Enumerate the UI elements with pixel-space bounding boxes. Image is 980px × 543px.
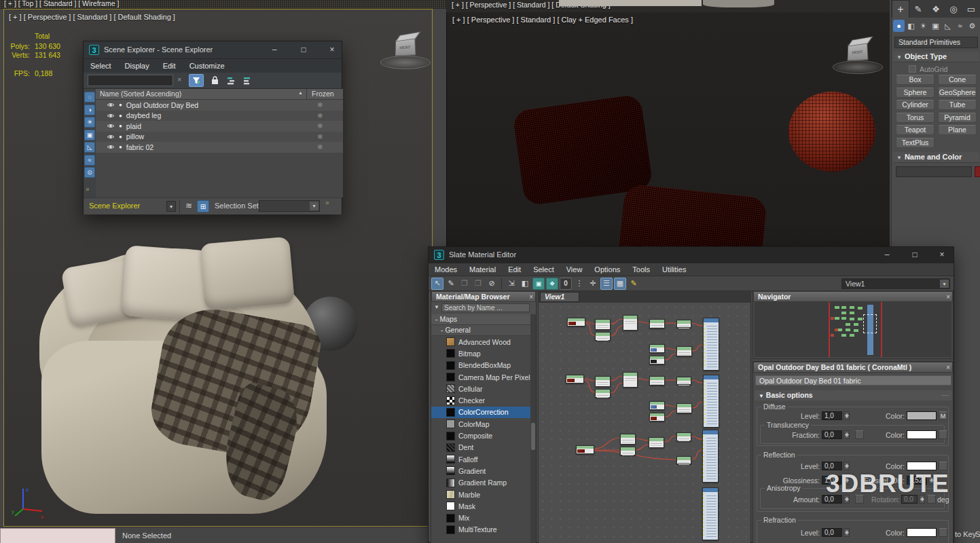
- viewport-label[interactable]: [ + ] [ Perspective ] [ Standard ] [ Def…: [9, 13, 175, 21]
- minimize-button[interactable]: –: [267, 45, 282, 56]
- primitive-button-tube[interactable]: Tube: [938, 100, 977, 110]
- material-node[interactable]: [703, 375, 719, 428]
- color-correction-node[interactable]: [649, 319, 665, 329]
- search-by-name-field[interactable]: Search by Name ...: [441, 303, 530, 312]
- color-correction-node[interactable]: [676, 432, 691, 441]
- delete-selected-icon[interactable]: ⊘: [486, 278, 498, 290]
- material-node[interactable]: [702, 487, 719, 540]
- table-header[interactable]: Name (Sorted Ascending) ▲ Frozen: [96, 89, 343, 100]
- display-filter-icon-3[interactable]: ▣: [84, 130, 95, 141]
- color-correction-node[interactable]: [623, 372, 638, 388]
- color-correction-node[interactable]: [676, 456, 691, 464]
- table-row[interactable]: ●daybed leg❄: [96, 111, 343, 121]
- basic-options-rollout[interactable]: ▼ Basic options⋯: [755, 390, 952, 400]
- table-row[interactable]: ●fabric 02❄: [96, 142, 343, 153]
- spacewarps-category-icon[interactable]: ≈: [954, 20, 966, 32]
- bitmap-node[interactable]: [566, 375, 584, 383]
- maps-group-header[interactable]: - Maps: [431, 314, 532, 325]
- collapse-tree-icon[interactable]: [240, 74, 255, 87]
- map-type-item[interactable]: Mask: [431, 500, 532, 512]
- map-type-item[interactable]: Composite: [431, 430, 532, 441]
- color-correction-node[interactable]: [595, 376, 611, 387]
- frozen-toggle-icon[interactable]: ❄: [317, 101, 323, 109]
- navigator-header[interactable]: Navigator×: [753, 291, 953, 302]
- translucency-color-map-button[interactable]: [939, 430, 947, 439]
- viewport-label[interactable]: [ + ] [ Perspective ] [ Standard ] [ Cla…: [452, 16, 633, 24]
- frozen-toggle-icon[interactable]: ❄: [317, 143, 323, 151]
- visibility-eye-icon[interactable]: [107, 102, 115, 108]
- top-viewport-label[interactable]: [ + ] [ Top ] [ Standard ] [ Wireframe ]: [4, 0, 119, 7]
- map-type-item[interactable]: Mix: [431, 512, 532, 523]
- menu-item-select[interactable]: Select: [84, 62, 118, 70]
- viewcube[interactable]: FRONT: [379, 24, 433, 72]
- primitive-button-torus[interactable]: Torus: [896, 113, 934, 123]
- table-row[interactable]: ●plaid❄: [96, 121, 343, 132]
- view-selector-dropdown[interactable]: View1▾: [841, 278, 950, 289]
- frozen-column-header[interactable]: Frozen: [312, 90, 334, 98]
- zoom-extents-icon[interactable]: 0: [560, 278, 572, 290]
- map-type-item[interactable]: Advanced Wood: [431, 336, 532, 348]
- search-input[interactable]: [88, 75, 173, 86]
- display-tab[interactable]: ▭: [962, 0, 980, 18]
- bitmap-node[interactable]: [649, 356, 665, 364]
- color-correction-node[interactable]: [649, 437, 664, 448]
- color-correction-node[interactable]: [649, 376, 665, 386]
- hierarchy-mode-icon[interactable]: ⊞: [197, 200, 209, 212]
- minimap-view-rect[interactable]: [863, 314, 877, 333]
- show-shaded-material-icon[interactable]: ▣: [532, 278, 545, 290]
- autogrid-checkbox[interactable]: [909, 65, 916, 73]
- navigator-minimap[interactable]: [755, 302, 951, 357]
- map-type-item[interactable]: Bitmap: [431, 348, 532, 359]
- menu-item-utilities[interactable]: Utilities: [656, 265, 692, 274]
- visibility-eye-icon[interactable]: [107, 134, 115, 140]
- primitive-button-pyramid[interactable]: Pyramid: [938, 113, 977, 123]
- hide-unused-slots-icon[interactable]: ◧: [519, 278, 531, 290]
- scene-explorer-titlebar[interactable]: 3 Scene Explorer - Scene Explorer – □ ×: [84, 41, 342, 59]
- display-filter-icon-2[interactable]: ☀: [84, 117, 95, 128]
- translucency-color-swatch[interactable]: [907, 430, 937, 439]
- menu-item-select[interactable]: Select: [527, 265, 560, 274]
- clear-search-icon[interactable]: ×: [177, 75, 181, 83]
- primitive-category-dropdown[interactable]: Standard Primitives: [894, 37, 978, 48]
- auto-key-button[interactable]: to Key: [955, 530, 976, 538]
- object-color-swatch[interactable]: [975, 166, 980, 177]
- footer-overflow-chevrons[interactable]: »: [325, 199, 329, 206]
- primitive-button-box[interactable]: Box: [896, 75, 934, 85]
- close-panel-icon[interactable]: ×: [946, 292, 950, 302]
- color-correction-node[interactable]: [623, 315, 638, 331]
- diffuse-level-spinner[interactable]: [843, 411, 850, 420]
- explorer-dropdown-arrow-icon[interactable]: ▾: [166, 201, 176, 212]
- maximize-button[interactable]: □: [907, 250, 922, 261]
- table-row[interactable]: ●pillow❄: [96, 132, 343, 143]
- primitive-button-plane[interactable]: Plane: [938, 125, 977, 135]
- menu-item-edit[interactable]: Edit: [156, 62, 183, 70]
- fraction-value[interactable]: 0,0: [822, 430, 842, 439]
- selection-set-dropdown[interactable]: ▾: [259, 200, 320, 212]
- browser-scrollbar[interactable]: [530, 314, 536, 543]
- viewcube-cube[interactable]: FRONT: [395, 37, 416, 56]
- map-type-item[interactable]: ColorCorrection: [431, 407, 532, 418]
- close-panel-icon[interactable]: ×: [529, 292, 533, 302]
- rail-overflow-chevrons[interactable]: »: [86, 185, 90, 193]
- close-button[interactable]: ×: [934, 250, 949, 261]
- layers-icon[interactable]: ≋: [183, 201, 195, 212]
- frozen-toggle-icon[interactable]: ❄: [317, 133, 323, 141]
- cameras-category-icon[interactable]: ▣: [930, 20, 941, 32]
- color-correction-node[interactable]: [620, 447, 636, 455]
- maximize-button[interactable]: □: [296, 45, 311, 56]
- bitmap-node[interactable]: [567, 318, 585, 326]
- frozen-toggle-icon[interactable]: ❄: [317, 112, 323, 119]
- color-correction-node[interactable]: [676, 346, 692, 356]
- put-to-library-icon[interactable]: ❐: [458, 278, 471, 290]
- motion-tab[interactable]: ◎: [945, 0, 962, 18]
- menu-item-display[interactable]: Display: [118, 62, 156, 70]
- name-column-header[interactable]: Name (Sorted Ascending): [100, 90, 181, 98]
- view-tab[interactable]: View1: [540, 292, 579, 302]
- bitmap-node[interactable]: [649, 344, 665, 353]
- menu-item-tools[interactable]: Tools: [626, 265, 656, 274]
- viewcube-ring[interactable]: [380, 56, 431, 69]
- explorer-name-dropdown[interactable]: Scene Explorer: [89, 202, 140, 210]
- visibility-eye-icon[interactable]: [107, 113, 115, 119]
- bitmap-node[interactable]: [576, 445, 594, 454]
- display-filter-icon-6[interactable]: ⊙: [84, 167, 95, 178]
